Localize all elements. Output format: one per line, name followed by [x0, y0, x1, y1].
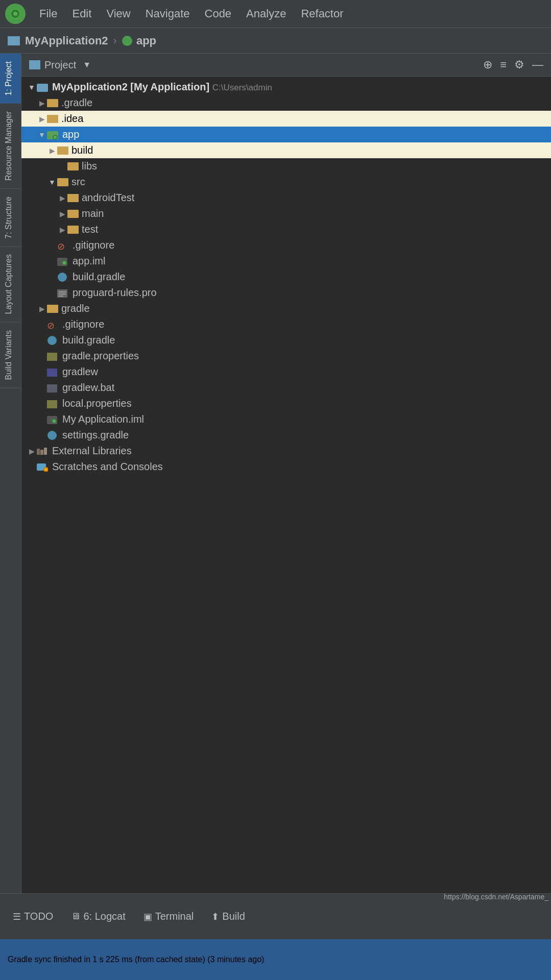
- minimize-button[interactable]: —: [532, 58, 543, 71]
- root-folder-icon: [37, 83, 49, 92]
- app-buildgradle-icon: [57, 273, 69, 282]
- tree-root[interactable]: ▼ MyApplication2 [My Application] C:\Use…: [21, 79, 551, 95]
- root-arrow: ▼: [27, 83, 37, 91]
- breadcrumb-module-name: app: [136, 34, 156, 47]
- app-iml-label: app.iml: [73, 255, 105, 267]
- tree-gradlew[interactable]: ▶ gradlew: [21, 364, 551, 380]
- tab-build[interactable]: ⬆ Build: [204, 906, 252, 927]
- menu-edit[interactable]: Edit: [66, 5, 98, 23]
- root-gradle-folder-icon: [47, 305, 58, 313]
- gradle-props-spacer: ▶: [37, 352, 47, 360]
- settings-gradle-icon: [47, 431, 59, 440]
- tree-app[interactable]: ▼ app: [21, 127, 551, 142]
- file-tree: ▼ MyApplication2 [My Application] C:\Use…: [21, 77, 551, 893]
- app-iml-spacer: ▶: [47, 257, 57, 265]
- tree-gradle-properties[interactable]: ▶ gradle.properties: [21, 348, 551, 364]
- tab-terminal[interactable]: ▣ Terminal: [136, 906, 202, 927]
- test-arrow: ▶: [57, 226, 67, 234]
- menu-refactor[interactable]: Refactor: [295, 5, 349, 23]
- tab-todo[interactable]: ☰ TODO: [5, 906, 61, 927]
- module-icon: [122, 36, 132, 46]
- tree-root-gitignore[interactable]: ▶ ⊘ .gitignore: [21, 316, 551, 332]
- sidebar-tab-structure[interactable]: 7: Structure: [0, 189, 21, 247]
- tree-test[interactable]: ▶ test: [21, 222, 551, 237]
- libs-folder-icon: [67, 162, 79, 170]
- svg-rect-18: [47, 400, 57, 408]
- tree-app-gitignore[interactable]: ▶ ⊘ .gitignore: [21, 237, 551, 253]
- svg-rect-24: [40, 450, 43, 455]
- scratches-arrow: ▶: [27, 463, 37, 471]
- tree-build[interactable]: ▶ build: [21, 142, 551, 158]
- tree-myapp-iml[interactable]: ▶ My Application.iml: [21, 411, 551, 427]
- sidebar-tab-project[interactable]: 1: Project: [0, 54, 21, 104]
- svg-rect-15: [47, 353, 57, 361]
- tree-src[interactable]: ▼ src: [21, 174, 551, 190]
- menu-navigate[interactable]: Navigate: [139, 5, 196, 23]
- settings-button[interactable]: ⚙: [514, 58, 524, 71]
- tree-scratches[interactable]: ▶ Scratches and Consoles: [21, 459, 551, 475]
- tree-app-buildgradle[interactable]: ▶ build.gradle: [21, 269, 551, 285]
- menu-file[interactable]: File: [33, 5, 63, 23]
- tree-root-buildgradle[interactable]: ▶ build.gradle: [21, 332, 551, 348]
- gradlew-icon: [47, 368, 59, 377]
- breadcrumb-project[interactable]: MyApplication2: [25, 34, 108, 47]
- tree-idea[interactable]: ▶ .idea: [21, 111, 551, 127]
- gradle-arrow: ▶: [37, 99, 47, 107]
- panel-dropdown-arrow[interactable]: ▼: [83, 60, 91, 69]
- panel-header: Project ▼ ⊕ ≡ ⚙ —: [21, 54, 551, 77]
- sidebar-tab-resource[interactable]: Resource Manager: [0, 104, 21, 189]
- main-folder-icon: [67, 210, 79, 218]
- tab-logcat[interactable]: 🖥 6: Logcat: [63, 906, 133, 927]
- app-buildgradle-label: build.gradle: [73, 271, 125, 283]
- settings-gradle-label: settings.gradle: [62, 429, 129, 441]
- svg-point-8: [63, 261, 66, 264]
- svg-point-14: [47, 336, 57, 345]
- gradlew-bat-icon: [47, 383, 59, 393]
- breadcrumb-module[interactable]: app: [122, 34, 156, 47]
- libs-arrow-empty: ▶: [57, 162, 67, 170]
- tree-libs[interactable]: ▶ libs: [21, 158, 551, 174]
- app-label: app: [62, 129, 79, 140]
- extlib-arrow: ▶: [27, 447, 37, 455]
- panel-actions: ⊕ ≡ ⚙ —: [483, 58, 543, 71]
- sidebar-tab-build-variants[interactable]: Build Variants: [0, 323, 21, 388]
- scratches-label: Scratches and Consoles: [52, 461, 163, 473]
- tree-root-gradle[interactable]: ▶ gradle: [21, 301, 551, 316]
- collapse-button[interactable]: ≡: [500, 58, 507, 71]
- terminal-label: Terminal: [155, 911, 194, 922]
- tree-settings-gradle[interactable]: ▶ settings.gradle: [21, 427, 551, 443]
- libs-label: libs: [82, 160, 97, 172]
- gradle-folder-icon: [47, 99, 58, 107]
- root-name: MyApplication2 [My Application] C:\Users…: [52, 81, 272, 93]
- tree-androidtest[interactable]: ▶ androidTest: [21, 190, 551, 206]
- proguard-spacer: ▶: [47, 289, 57, 297]
- project-panel: Project ▼ ⊕ ≡ ⚙ — ▼ MyApplication2 [My A…: [21, 54, 551, 893]
- tree-gradle-hidden[interactable]: ▶ .gradle: [21, 95, 551, 111]
- svg-rect-2: [37, 84, 48, 92]
- tree-proguard[interactable]: ▶ proguard-rules.pro: [21, 285, 551, 301]
- menu-view[interactable]: View: [100, 5, 136, 23]
- locate-button[interactable]: ⊕: [483, 58, 492, 71]
- tree-app-iml[interactable]: ▶ app.iml: [21, 253, 551, 269]
- myapp-iml-icon: [47, 415, 59, 424]
- gradle-props-icon: [47, 352, 59, 361]
- src-label: src: [71, 176, 85, 188]
- menu-analyze[interactable]: Analyze: [240, 5, 292, 23]
- tree-external-libs[interactable]: ▶ External Libraries: [21, 443, 551, 459]
- menu-code[interactable]: Code: [199, 5, 238, 23]
- breadcrumb-separator: ›: [113, 34, 117, 47]
- main-area: 1: Project Resource Manager 7: Structure…: [0, 54, 551, 893]
- root-buildgradle-label: build.gradle: [62, 334, 115, 346]
- tree-local-properties[interactable]: ▶ local.properties: [21, 396, 551, 411]
- gradlew-label: gradlew: [62, 366, 98, 378]
- src-arrow: ▼: [47, 178, 57, 186]
- androidtest-label: androidTest: [82, 192, 134, 204]
- tree-main[interactable]: ▶ main: [21, 206, 551, 222]
- scratches-icon: [37, 462, 49, 472]
- test-folder-icon: [67, 226, 79, 234]
- idea-arrow: ▶: [37, 115, 47, 123]
- status-text: Gradle sync finished in 1 s 225 ms (from…: [8, 955, 264, 964]
- sidebar-tab-layout[interactable]: Layout Captures: [0, 247, 21, 322]
- tree-gradlew-bat[interactable]: ▶ gradlew.bat: [21, 380, 551, 396]
- build-label: Build: [222, 911, 245, 922]
